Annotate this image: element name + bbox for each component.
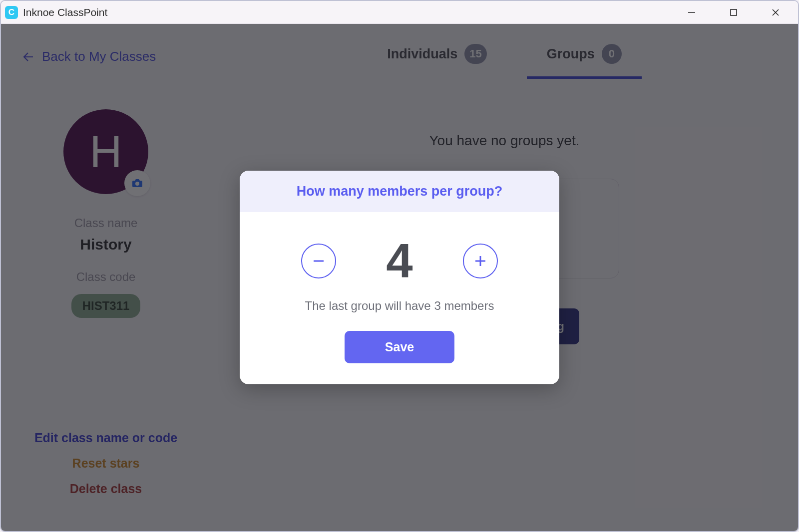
decrement-button[interactable] — [301, 244, 336, 278]
increment-button[interactable] — [463, 244, 498, 278]
minimize-icon — [687, 8, 696, 17]
window-maximize-button[interactable] — [726, 5, 741, 20]
window-minimize-button[interactable] — [684, 5, 699, 20]
window-close-button[interactable] — [768, 5, 783, 20]
dialog-title: How many members per group? — [240, 171, 559, 212]
member-count-stepper: 4 — [240, 237, 559, 285]
svg-rect-1 — [731, 9, 737, 15]
dialog-hint: The last group will have 3 members — [240, 299, 559, 313]
members-per-group-dialog: How many members per group? 4 The last g… — [240, 171, 559, 384]
minus-icon — [311, 254, 326, 268]
modal-overlay[interactable]: How many members per group? 4 The last g… — [1, 24, 798, 531]
close-icon — [771, 8, 780, 17]
plus-icon — [473, 254, 488, 268]
app-title: Inknoe ClassPoint — [23, 6, 107, 18]
app-icon: C — [5, 6, 18, 19]
titlebar: C Inknoe ClassPoint — [1, 1, 798, 24]
maximize-icon — [729, 8, 738, 17]
save-button[interactable]: Save — [345, 331, 454, 363]
member-count-value: 4 — [386, 237, 412, 285]
